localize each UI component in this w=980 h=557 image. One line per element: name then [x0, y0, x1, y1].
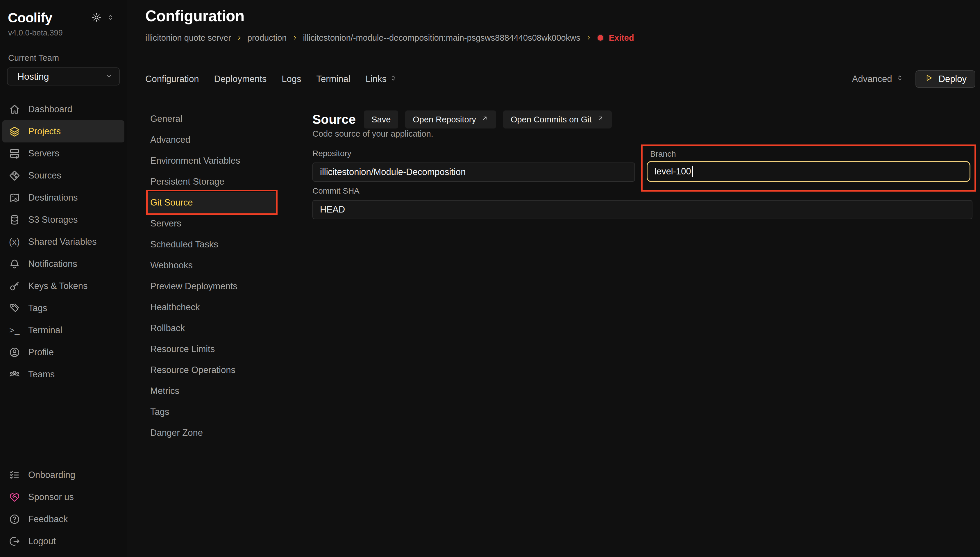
chevron-right-icon: [236, 34, 243, 41]
layers-icon: [9, 125, 20, 137]
sidebar-item-label: Sponsor us: [28, 492, 74, 502]
sidebar-item-servers[interactable]: Servers: [2, 142, 124, 164]
theme-select-button[interactable]: [106, 13, 114, 23]
sidebar-item-s3-storages[interactable]: S3 Storages: [2, 209, 124, 231]
sidebar-nav: DashboardProjectsServersSourcesDestinati…: [0, 98, 127, 386]
sidebar-item-sponsor-us[interactable]: Sponsor us: [2, 486, 124, 508]
subnav-item-resource-limits[interactable]: Resource Limits: [148, 339, 276, 360]
subnav-item-servers[interactable]: Servers: [148, 213, 276, 234]
theme-toggle-button[interactable]: [91, 12, 102, 24]
sidebar-item-label: Tags: [28, 303, 47, 313]
sidebar: Coolify v4.0.0-beta.399 Current Team Hos…: [0, 0, 127, 557]
subnav-item-metrics[interactable]: Metrics: [148, 381, 276, 401]
theme-controls: [91, 12, 114, 24]
subnav-item-label: Metrics: [150, 386, 179, 396]
chevron-right-icon: [585, 34, 592, 41]
sidebar-item-tags[interactable]: Tags: [2, 297, 124, 319]
subnav-item-environment-variables[interactable]: Environment Variables: [148, 150, 276, 171]
sidebar-item-shared-variables[interactable]: (x)Shared Variables: [2, 231, 124, 253]
subnav-item-label: Preview Deployments: [150, 281, 237, 292]
chevron-updown-icon: [390, 74, 397, 84]
subnav-item-preview-deployments[interactable]: Preview Deployments: [148, 276, 276, 297]
heart-handshake-icon: [9, 491, 20, 503]
sidebar-item-keys-tokens[interactable]: Keys & Tokens: [2, 275, 124, 297]
sidebar-item-label: S3 Storages: [28, 215, 78, 225]
sidebar-item-terminal[interactable]: >_Terminal: [2, 319, 124, 341]
tabs-divider: [145, 96, 975, 96]
source-description: Code source of your application.: [312, 129, 433, 138]
bell-icon: [9, 258, 20, 270]
open-repository-button[interactable]: Open Repository: [405, 111, 496, 129]
sidebar-item-profile[interactable]: Profile: [2, 341, 124, 363]
subnav-item-persistent-storage[interactable]: Persistent Storage: [148, 171, 276, 192]
sidebar-item-feedback[interactable]: Feedback: [2, 508, 124, 530]
sidebar-item-projects[interactable]: Projects: [2, 121, 124, 142]
sidebar-item-sources[interactable]: Sources: [2, 164, 124, 187]
tabs: ConfigurationDeploymentsLogsTerminalLink…: [145, 74, 413, 84]
sidebar-item-label: Teams: [28, 369, 55, 379]
subnav-item-healthcheck[interactable]: Healthcheck: [148, 297, 276, 318]
subnav-item-general[interactable]: General: [148, 108, 276, 129]
sidebar-item-label: Dashboard: [28, 104, 72, 114]
breadcrumb-segment[interactable]: illicitonion quote server: [145, 33, 231, 43]
logout-icon: [9, 536, 20, 547]
subnav-item-tags[interactable]: Tags: [148, 401, 276, 422]
subnav-item-advanced[interactable]: Advanced: [148, 129, 276, 150]
tabs-row: ConfigurationDeploymentsLogsTerminalLink…: [145, 70, 975, 88]
subnav-item-scheduled-tasks[interactable]: Scheduled Tasks: [148, 234, 276, 255]
play-icon: [924, 73, 933, 85]
branch-input[interactable]: level-100: [647, 161, 970, 182]
sidebar-item-notifications[interactable]: Notifications: [2, 253, 124, 275]
subnav-item-label: Persistent Storage: [150, 176, 224, 187]
subnav-item-danger-zone[interactable]: Danger Zone: [148, 422, 276, 443]
subnav-item-label: Danger Zone: [150, 428, 203, 438]
sun-icon: [91, 12, 102, 24]
subnav-item-resource-operations[interactable]: Resource Operations: [148, 360, 276, 381]
subnav-item-webhooks[interactable]: Webhooks: [148, 255, 276, 276]
repository-input[interactable]: [312, 163, 635, 182]
sidebar-item-teams[interactable]: Teams: [2, 363, 124, 386]
map-icon: [9, 192, 20, 204]
subnav-item-rollback[interactable]: Rollback: [148, 318, 276, 339]
tab-configuration[interactable]: Configuration: [145, 74, 199, 84]
sidebar-item-label: Projects: [28, 126, 61, 137]
advanced-dropdown[interactable]: Advanced: [852, 74, 904, 84]
version-label: v4.0.0-beta.399: [8, 28, 127, 37]
sidebar-item-onboarding[interactable]: Onboarding: [2, 464, 124, 486]
branch-label: Branch: [650, 150, 676, 159]
breadcrumb-segment[interactable]: illicitestonion/-module--decomposition:m…: [303, 33, 580, 43]
sidebar-item-label: Destinations: [28, 192, 78, 203]
subnav-item-label: General: [150, 114, 182, 124]
config-subnav: GeneralAdvancedEnvironment VariablesPers…: [148, 108, 276, 443]
main-area: Configuration illicitonion quote serverp…: [128, 0, 980, 557]
open-commits-label: Open Commits on Git: [510, 115, 592, 124]
server-icon: [9, 148, 20, 159]
team-selector[interactable]: Hosting: [7, 67, 120, 85]
tab-deployments[interactable]: Deployments: [214, 74, 267, 84]
repository-label: Repository: [312, 149, 351, 158]
breadcrumb-segment[interactable]: production: [247, 33, 286, 43]
sidebar-item-destinations[interactable]: Destinations: [2, 187, 124, 209]
tab-label: Deployments: [214, 74, 267, 84]
sidebar-item-label: Notifications: [28, 259, 77, 269]
open-commits-button[interactable]: Open Commits on Git: [503, 111, 612, 129]
save-button[interactable]: Save: [364, 111, 398, 129]
home-icon: [9, 104, 20, 115]
subnav-item-label: Webhooks: [150, 260, 193, 270]
subnav-item-label: Scheduled Tasks: [150, 239, 218, 250]
deploy-label: Deploy: [939, 74, 967, 84]
chevron-right-icon: [291, 34, 298, 41]
subnav-item-git-source[interactable]: Git Source: [148, 192, 276, 213]
tags-icon: [9, 302, 20, 314]
sidebar-item-logout[interactable]: Logout: [2, 530, 124, 552]
tab-label: Logs: [282, 74, 301, 84]
commit-sha-label: Commit SHA: [312, 186, 359, 195]
sidebar-item-dashboard[interactable]: Dashboard: [2, 98, 124, 121]
tab-links[interactable]: Links: [366, 74, 397, 84]
sidebar-header: Coolify: [8, 9, 120, 26]
key-icon: [9, 280, 20, 292]
tab-logs[interactable]: Logs: [282, 74, 301, 84]
tab-terminal[interactable]: Terminal: [317, 74, 351, 84]
commit-sha-input[interactable]: [312, 200, 972, 219]
deploy-button[interactable]: Deploy: [915, 70, 976, 88]
